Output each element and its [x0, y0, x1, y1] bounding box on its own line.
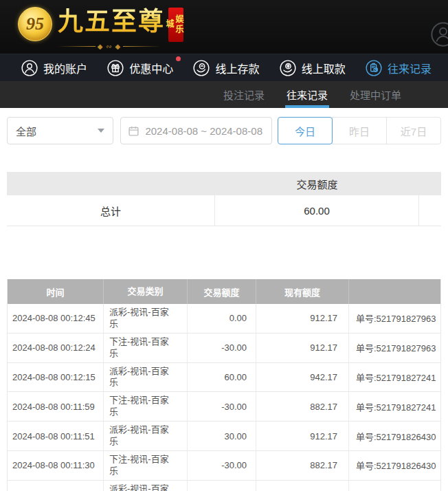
user-icon — [21, 59, 38, 77]
brand-name: 九五至尊 — [58, 4, 165, 37]
table-row: 2024-08-08 00:11:59下注-视讯-百家乐-30.00882.17… — [8, 392, 440, 422]
user-avatar-icon[interactable] — [429, 21, 448, 51]
table-row: 2024-08-08 00:12:45派彩-视讯-百家乐0.00912.17单号… — [8, 304, 440, 334]
tab-0[interactable]: 投注记录 — [223, 81, 265, 108]
date-range-input[interactable]: 2024-08-08 ~ 2024-08-08 — [120, 117, 272, 144]
cell-balance: 912.17 — [256, 481, 349, 491]
nav-item-label: 往来记录 — [388, 60, 432, 76]
nav-item-record[interactable]: 往来记录 — [365, 59, 432, 77]
column-header-4 — [349, 279, 440, 304]
cell-time: 2024-08-08 00:12:45 — [8, 304, 104, 333]
nav-item-deposit[interactable]: 线上存款 — [192, 59, 259, 77]
summary-table: 交易额度 总计 60.00 — [7, 172, 441, 226]
logo-monogram: 95 — [26, 14, 44, 34]
cell-balance: 912.17 — [256, 422, 349, 450]
column-header-1: 交易类别 — [104, 279, 188, 304]
nav-item-gift[interactable]: 优惠中心 — [107, 59, 173, 77]
table-row: 2024-08-08 00:11:51派彩-视讯-百家乐30.00912.17单… — [8, 422, 440, 451]
category-select[interactable]: 全部 — [7, 117, 113, 144]
table-row: 2024-08-08 00:12:24下注-视讯-百家乐-30.00912.17… — [8, 334, 440, 363]
cell-type: 派彩-视讯-百家乐 — [104, 304, 188, 333]
cell-time: 2024-08-08 00:11:21 — [8, 481, 104, 491]
cell-type: 派彩-视讯-百家乐 — [104, 422, 188, 450]
cell-amount: 0.00 — [188, 304, 256, 333]
transactions-body: 2024-08-08 00:12:45派彩-视讯-百家乐0.00912.17单号… — [8, 304, 440, 491]
logo-coin-icon: 95 — [18, 7, 52, 41]
cell-time: 2024-08-08 00:11:51 — [8, 422, 104, 450]
gift-icon — [107, 59, 124, 77]
cell-amount: 60.00 — [188, 363, 256, 392]
column-header-2: 交易额度 — [188, 279, 256, 304]
tab-2[interactable]: 处理中订单 — [350, 81, 401, 108]
cell-order: 单号:521791826430 — [349, 422, 440, 450]
column-header-0: 时间 — [8, 279, 104, 304]
nav-item-label: 优惠中心 — [129, 60, 173, 76]
cell-amount: -30.00 — [188, 334, 256, 362]
range-button-1[interactable]: 昨日 — [332, 117, 387, 144]
cell-time: 2024-08-08 00:12:15 — [8, 363, 104, 392]
nav-item-user[interactable]: 我的账户 — [21, 59, 87, 77]
cell-order: 单号:521791827963 — [349, 334, 440, 362]
nav-item-withdraw[interactable]: 线上取款 — [279, 59, 346, 77]
summary-total-row: 总计 60.00 — [7, 195, 441, 226]
cell-balance: 912.17 — [256, 334, 349, 362]
nav-item-label: 线上存款 — [215, 60, 259, 76]
cell-order: 单号:521791827963 — [349, 304, 440, 333]
calendar-icon — [128, 125, 139, 137]
logo-flourish: ◆ ∾ ◆ — [58, 43, 161, 50]
cell-balance: 912.17 — [256, 304, 349, 333]
table-row: 2024-08-08 00:11:21派彩-视讯-百家乐60.00912.17单… — [8, 481, 440, 491]
content-area: 全部 2024-08-08 ~ 2024-08-08 今日昨日近7日 交易额度 … — [0, 117, 448, 491]
column-header-3: 现有额度 — [256, 279, 349, 304]
cell-type: 下注-视讯-百家乐 — [104, 451, 188, 480]
cell-order: 单号:521791826430 — [349, 451, 440, 480]
category-select-value: 全部 — [16, 124, 36, 138]
nav-item-label: 我的账户 — [43, 60, 87, 76]
record-icon — [365, 59, 383, 77]
nav-item-label: 线上取款 — [302, 60, 346, 76]
cell-order: 单号:521791827241 — [349, 392, 440, 421]
main-nav: 我的账户优惠中心线上存款线上取款往来记录 — [0, 54, 448, 81]
cell-time: 2024-08-08 00:11:30 — [8, 451, 104, 480]
notification-dot — [176, 56, 181, 61]
cell-amount: 30.00 — [188, 422, 256, 450]
brand-tag: 娱乐城 — [168, 8, 183, 42]
record-tabs: 投注记录往来记录处理中订单 — [0, 81, 448, 108]
table-row: 2024-08-08 00:11:30下注-视讯-百家乐-30.00882.17… — [8, 451, 440, 481]
site-logo[interactable]: 95 九五至尊 娱乐城 ◆ ∾ ◆ — [18, 4, 183, 50]
cell-balance: 882.17 — [256, 451, 349, 480]
transactions-header: 时间交易类别交易额度现有额度 — [8, 279, 440, 304]
summary-header-row: 交易额度 — [7, 172, 441, 195]
range-button-2[interactable]: 近7日 — [386, 117, 441, 144]
cell-type: 派彩-视讯-百家乐 — [104, 481, 188, 491]
cell-time: 2024-08-08 00:12:24 — [8, 334, 104, 362]
cell-balance: 942.17 — [256, 363, 349, 392]
cell-amount: 60.00 — [188, 481, 256, 491]
withdraw-icon — [279, 59, 297, 77]
cell-type: 下注-视讯-百家乐 — [104, 392, 188, 421]
cell-order: 单号:521791827241 — [349, 363, 440, 392]
filter-row: 全部 2024-08-08 ~ 2024-08-08 今日昨日近7日 — [7, 117, 441, 144]
quick-range-group: 今日昨日近7日 — [278, 117, 441, 144]
cell-type: 派彩-视讯-百家乐 — [104, 363, 188, 392]
range-button-0[interactable]: 今日 — [278, 117, 333, 144]
cell-balance: 882.17 — [256, 392, 349, 421]
summary-total-value: 60.00 — [215, 195, 419, 226]
cell-amount: -30.00 — [188, 451, 256, 480]
cell-type: 下注-视讯-百家乐 — [104, 334, 188, 362]
transactions-table: 时间交易类别交易额度现有额度 2024-08-08 00:12:45派彩-视讯-… — [7, 279, 441, 491]
summary-total-label: 总计 — [7, 195, 215, 226]
table-row: 2024-08-08 00:12:15派彩-视讯-百家乐60.00942.17单… — [8, 363, 440, 393]
site-header: 95 九五至尊 娱乐城 ◆ ∾ ◆ — [0, 0, 448, 54]
summary-header-label: 交易额度 — [215, 177, 419, 191]
cell-amount: -30.00 — [188, 392, 256, 421]
date-range-value: 2024-08-08 ~ 2024-08-08 — [145, 125, 262, 137]
cell-order: 单号:521791825539 — [349, 481, 440, 491]
cell-time: 2024-08-08 00:11:59 — [8, 392, 104, 421]
chevron-down-icon — [98, 129, 104, 133]
deposit-icon — [192, 59, 210, 77]
tab-1[interactable]: 往来记录 — [287, 81, 328, 108]
